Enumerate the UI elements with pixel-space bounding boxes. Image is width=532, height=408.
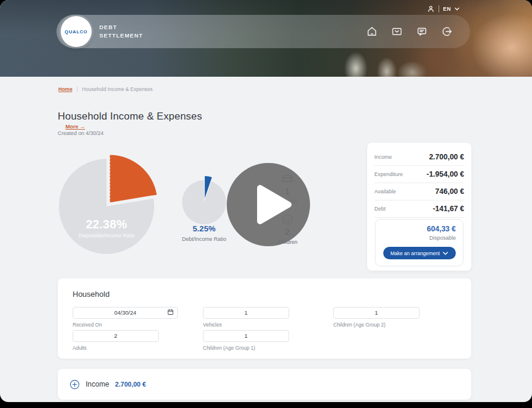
debt-value: -141,67 € (433, 205, 464, 213)
expenditure-value: -1.954,00 € (427, 170, 464, 178)
language-selector[interactable]: EN (443, 6, 451, 12)
play-icon (227, 163, 310, 246)
user-bar[interactable]: EN (427, 5, 459, 13)
available-value: 746,00 € (435, 187, 464, 196)
adults-input[interactable] (73, 330, 159, 342)
children-group1-input[interactable] (203, 330, 289, 342)
created-date: Created on 4/30/24 (58, 130, 104, 136)
breadcrumb-home-link[interactable]: Home (58, 86, 73, 92)
children-group2-field: Children (Age Group 2) (333, 306, 420, 328)
children-group1-label: Children (Age Group 1) (203, 345, 289, 351)
disposable-card: 604,33 € Disposable Make an arrangement (375, 219, 464, 266)
household-section-title: Household (73, 290, 109, 299)
received-on-input[interactable] (73, 307, 178, 319)
vehicles-field-label: Vehicles (203, 322, 289, 328)
disposable-pie-slice (110, 155, 157, 203)
financial-summary-card: Income 2.700,00 € Expenditure -1.954,00 … (367, 143, 471, 271)
qualco-logo[interactable]: QUALCO (61, 16, 92, 47)
breadcrumb: Home | Household Income & Expenses (58, 86, 152, 92)
header-nav (365, 15, 453, 48)
breadcrumb-current: Household Income & Expenses (82, 86, 153, 92)
inbox-icon[interactable] (390, 25, 403, 38)
debt-income-pie-chart (177, 175, 231, 229)
adults-label: Adults (73, 345, 159, 351)
make-arrangement-label: Make an arrangement (390, 250, 440, 256)
product-title: DEBT SETTLEMENT (99, 23, 143, 40)
divider (439, 5, 439, 12)
income-section[interactable]: Income 2.700,00 € (58, 369, 471, 400)
summary-row-debt: Debt -141,67 € (374, 200, 464, 218)
summary-row-expenditure: Expenditure -1.954,00 € (374, 166, 464, 183)
children-group2-input[interactable] (333, 307, 420, 319)
expenditure-label: Expenditure (374, 171, 403, 177)
vehicles-field: Vehicles (203, 306, 289, 328)
adults-field: Adults (73, 329, 159, 351)
received-on-field: Received On (73, 306, 178, 328)
page: EN QUALCO DEBT SETTLEMENT (0, 0, 532, 402)
disposable-amount: 604,33 € (427, 225, 456, 233)
logout-icon[interactable] (440, 25, 453, 38)
more-link[interactable]: More → (65, 124, 85, 130)
logo-text: QUALCO (65, 29, 87, 34)
chat-icon[interactable] (415, 25, 428, 38)
make-arrangement-button[interactable]: Make an arrangement (383, 247, 456, 259)
income-label: Income (374, 154, 392, 160)
expand-plus-icon[interactable] (70, 379, 80, 390)
summary-row-income: Income 2.700,00 € (374, 149, 464, 166)
chevron-down-icon (443, 252, 448, 255)
summary-row-available: Available 746,00 € (374, 183, 464, 200)
income-section-amount: 2.700,00 € (115, 381, 146, 388)
children-group1-field: Children (Age Group 1) (203, 329, 289, 351)
children-group2-label: Children (Age Group 2) (333, 322, 420, 328)
disposable-pie-label: 22.38% Disposable/Income Ratio (67, 218, 146, 239)
available-label: Available (374, 189, 396, 194)
page-title: Household Income & Expenses (58, 111, 202, 123)
header-bar: QUALCO DEBT SETTLEMENT (57, 15, 470, 48)
vehicles-input[interactable] (203, 307, 289, 319)
breadcrumb-separator: | (77, 86, 78, 92)
income-section-label: Income (86, 380, 109, 388)
disposable-income-pie-chart (52, 152, 161, 261)
received-on-label: Received On (73, 322, 178, 328)
disposable-ratio-value: 22.38% (67, 218, 146, 231)
chevron-down-icon[interactable] (455, 7, 459, 11)
disposable-label: Disposable (429, 235, 456, 241)
debt-label: Debt (374, 206, 386, 212)
app-window: EN QUALCO DEBT SETTLEMENT (0, 0, 532, 408)
disposable-ratio-caption: Disposable/Income Ratio (67, 233, 146, 239)
video-play-button[interactable] (227, 163, 310, 246)
home-icon[interactable] (365, 25, 378, 38)
user-icon[interactable] (427, 5, 435, 13)
income-value: 2.700,00 € (429, 153, 464, 161)
household-section: Household Received On Vehicles Children … (58, 278, 471, 359)
